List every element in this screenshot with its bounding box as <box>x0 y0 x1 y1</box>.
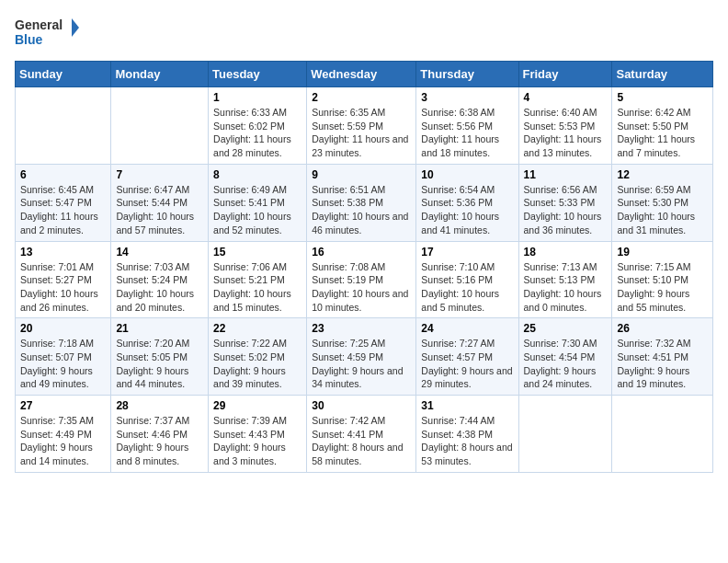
day-number: 15 <box>213 246 301 259</box>
col-header-monday: Monday <box>111 62 209 87</box>
day-number: 8 <box>213 168 301 181</box>
col-header-thursday: Thursday <box>416 62 518 87</box>
day-number: 3 <box>421 91 513 104</box>
calendar-cell: 28Sunrise: 7:37 AMSunset: 4:46 PMDayligh… <box>111 396 209 473</box>
calendar-cell: 1Sunrise: 6:33 AMSunset: 6:02 PMDaylight… <box>209 87 307 165</box>
calendar-cell: 18Sunrise: 7:13 AMSunset: 5:13 PMDayligh… <box>518 241 612 318</box>
svg-marker-2 <box>72 18 79 37</box>
day-number: 26 <box>617 322 708 335</box>
day-detail: Sunrise: 6:38 AMSunset: 5:56 PMDaylight:… <box>421 106 513 160</box>
calendar-week-row: 13Sunrise: 7:01 AMSunset: 5:27 PMDayligh… <box>16 241 713 318</box>
calendar-header-row: SundayMondayTuesdayWednesdayThursdayFrid… <box>16 62 713 87</box>
calendar-week-row: 27Sunrise: 7:35 AMSunset: 4:49 PMDayligh… <box>16 396 713 473</box>
day-detail: Sunrise: 7:22 AMSunset: 5:02 PMDaylight:… <box>213 337 301 391</box>
day-number: 18 <box>524 246 608 259</box>
day-number: 14 <box>116 246 203 259</box>
calendar-cell: 24Sunrise: 7:27 AMSunset: 4:57 PMDayligh… <box>416 318 518 396</box>
calendar-cell: 15Sunrise: 7:06 AMSunset: 5:21 PMDayligh… <box>209 241 307 318</box>
day-detail: Sunrise: 6:45 AMSunset: 5:47 PMDaylight:… <box>20 183 106 237</box>
day-number: 4 <box>524 91 608 104</box>
day-number: 28 <box>116 399 203 412</box>
col-header-friday: Friday <box>518 62 612 87</box>
day-detail: Sunrise: 7:03 AMSunset: 5:24 PMDaylight:… <box>116 260 203 315</box>
day-number: 20 <box>20 322 106 335</box>
day-detail: Sunrise: 6:42 AMSunset: 5:50 PMDaylight:… <box>617 106 708 160</box>
calendar-cell <box>111 87 209 165</box>
calendar-cell: 7Sunrise: 6:47 AMSunset: 5:44 PMDaylight… <box>111 164 209 241</box>
calendar-cell: 22Sunrise: 7:22 AMSunset: 5:02 PMDayligh… <box>209 318 307 396</box>
day-number: 9 <box>312 168 411 181</box>
calendar-cell: 21Sunrise: 7:20 AMSunset: 5:05 PMDayligh… <box>111 318 209 396</box>
day-number: 19 <box>617 246 708 259</box>
day-detail: Sunrise: 7:13 AMSunset: 5:13 PMDaylight:… <box>524 260 608 315</box>
day-detail: Sunrise: 7:20 AMSunset: 5:05 PMDaylight:… <box>116 337 203 391</box>
day-detail: Sunrise: 7:39 AMSunset: 4:43 PMDaylight:… <box>213 414 301 468</box>
calendar-cell: 9Sunrise: 6:51 AMSunset: 5:38 PMDaylight… <box>307 164 416 241</box>
day-number: 29 <box>213 399 301 412</box>
day-number: 30 <box>312 399 411 412</box>
calendar-cell: 30Sunrise: 7:42 AMSunset: 4:41 PMDayligh… <box>307 396 416 473</box>
day-detail: Sunrise: 7:15 AMSunset: 5:10 PMDaylight:… <box>617 260 708 315</box>
day-detail: Sunrise: 7:01 AMSunset: 5:27 PMDaylight:… <box>20 260 106 315</box>
day-number: 2 <box>312 91 411 104</box>
day-detail: Sunrise: 7:35 AMSunset: 4:49 PMDaylight:… <box>20 414 106 468</box>
day-number: 17 <box>421 246 513 259</box>
day-detail: Sunrise: 7:06 AMSunset: 5:21 PMDaylight:… <box>213 260 301 315</box>
day-number: 16 <box>312 246 411 259</box>
day-number: 21 <box>116 322 203 335</box>
day-number: 22 <box>213 322 301 335</box>
day-detail: Sunrise: 6:33 AMSunset: 6:02 PMDaylight:… <box>213 106 301 160</box>
day-number: 7 <box>116 168 203 181</box>
day-detail: Sunrise: 6:47 AMSunset: 5:44 PMDaylight:… <box>116 183 203 237</box>
day-detail: Sunrise: 7:37 AMSunset: 4:46 PMDaylight:… <box>116 414 203 468</box>
day-number: 5 <box>617 91 708 104</box>
calendar-cell: 13Sunrise: 7:01 AMSunset: 5:27 PMDayligh… <box>16 241 111 318</box>
col-header-saturday: Saturday <box>612 62 713 87</box>
calendar-cell: 12Sunrise: 6:59 AMSunset: 5:30 PMDayligh… <box>612 164 713 241</box>
calendar-cell: 29Sunrise: 7:39 AMSunset: 4:43 PMDayligh… <box>209 396 307 473</box>
calendar-week-row: 1Sunrise: 6:33 AMSunset: 6:02 PMDaylight… <box>16 87 713 165</box>
calendar-cell: 27Sunrise: 7:35 AMSunset: 4:49 PMDayligh… <box>16 396 111 473</box>
day-detail: Sunrise: 7:44 AMSunset: 4:38 PMDaylight:… <box>421 414 513 468</box>
day-number: 27 <box>20 399 106 412</box>
day-number: 10 <box>421 168 513 181</box>
calendar-cell: 8Sunrise: 6:49 AMSunset: 5:41 PMDaylight… <box>209 164 307 241</box>
calendar-cell: 19Sunrise: 7:15 AMSunset: 5:10 PMDayligh… <box>612 241 713 318</box>
day-detail: Sunrise: 7:42 AMSunset: 4:41 PMDaylight:… <box>312 414 411 468</box>
day-number: 23 <box>312 322 411 335</box>
day-detail: Sunrise: 6:35 AMSunset: 5:59 PMDaylight:… <box>312 106 411 160</box>
day-detail: Sunrise: 7:18 AMSunset: 5:07 PMDaylight:… <box>20 337 106 391</box>
day-detail: Sunrise: 6:54 AMSunset: 5:36 PMDaylight:… <box>421 183 513 237</box>
calendar-table: SundayMondayTuesdayWednesdayThursdayFrid… <box>15 61 713 473</box>
day-number: 11 <box>524 168 608 181</box>
day-detail: Sunrise: 6:59 AMSunset: 5:30 PMDaylight:… <box>617 183 708 237</box>
svg-text:Blue: Blue <box>15 32 43 47</box>
svg-text:General: General <box>15 17 63 32</box>
day-number: 1 <box>213 91 301 104</box>
calendar-cell: 26Sunrise: 7:32 AMSunset: 4:51 PMDayligh… <box>612 318 713 396</box>
page-header: General Blue <box>15 15 713 50</box>
day-detail: Sunrise: 6:51 AMSunset: 5:38 PMDaylight:… <box>312 183 411 237</box>
col-header-tuesday: Tuesday <box>209 62 307 87</box>
day-detail: Sunrise: 6:40 AMSunset: 5:53 PMDaylight:… <box>524 106 608 160</box>
day-number: 13 <box>20 246 106 259</box>
calendar-cell: 10Sunrise: 6:54 AMSunset: 5:36 PMDayligh… <box>416 164 518 241</box>
calendar-cell: 2Sunrise: 6:35 AMSunset: 5:59 PMDaylight… <box>307 87 416 165</box>
calendar-cell: 17Sunrise: 7:10 AMSunset: 5:16 PMDayligh… <box>416 241 518 318</box>
calendar-cell <box>518 396 612 473</box>
calendar-cell <box>16 87 111 165</box>
day-detail: Sunrise: 7:30 AMSunset: 4:54 PMDaylight:… <box>524 337 608 391</box>
logo-svg: General Blue <box>15 15 79 50</box>
calendar-week-row: 20Sunrise: 7:18 AMSunset: 5:07 PMDayligh… <box>16 318 713 396</box>
calendar-cell <box>612 396 713 473</box>
calendar-cell: 20Sunrise: 7:18 AMSunset: 5:07 PMDayligh… <box>16 318 111 396</box>
day-detail: Sunrise: 7:32 AMSunset: 4:51 PMDaylight:… <box>617 337 708 391</box>
calendar-cell: 6Sunrise: 6:45 AMSunset: 5:47 PMDaylight… <box>16 164 111 241</box>
calendar-cell: 11Sunrise: 6:56 AMSunset: 5:33 PMDayligh… <box>518 164 612 241</box>
calendar-cell: 4Sunrise: 6:40 AMSunset: 5:53 PMDaylight… <box>518 87 612 165</box>
calendar-cell: 14Sunrise: 7:03 AMSunset: 5:24 PMDayligh… <box>111 241 209 318</box>
day-number: 25 <box>524 322 608 335</box>
day-detail: Sunrise: 7:25 AMSunset: 4:59 PMDaylight:… <box>312 337 411 391</box>
calendar-cell: 16Sunrise: 7:08 AMSunset: 5:19 PMDayligh… <box>307 241 416 318</box>
calendar-cell: 31Sunrise: 7:44 AMSunset: 4:38 PMDayligh… <box>416 396 518 473</box>
